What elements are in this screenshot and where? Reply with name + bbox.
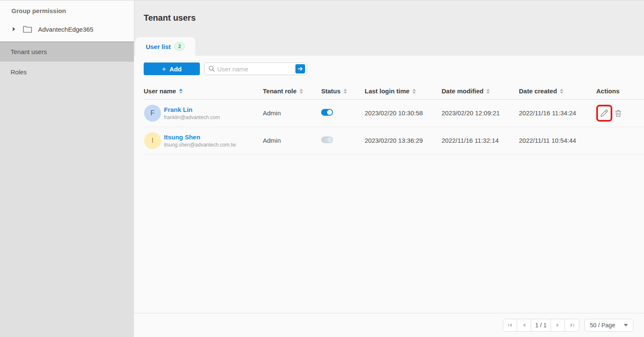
table-row: F Frank Lin franklin@advantech.com Admin…: [144, 100, 644, 127]
user-count-badge: 2: [175, 42, 185, 51]
user-list-panel: + Add: [134, 56, 644, 337]
app-window: Group permission AdvantechEdge365 Tenant…: [0, 0, 644, 337]
next-page-button[interactable]: [551, 319, 565, 331]
pagination-bar: 1 / 1 50 / Page: [134, 313, 644, 337]
edit-icon[interactable]: [600, 109, 609, 118]
toolbar: + Add: [144, 63, 644, 75]
sidebar: Group permission AdvantechEdge365 Tenant…: [0, 0, 134, 337]
prev-page-button[interactable]: [517, 319, 531, 331]
search-input[interactable]: [217, 65, 295, 73]
column-header-date-created[interactable]: Date created: [519, 87, 596, 95]
tab-user-list[interactable]: User list 2: [135, 37, 195, 56]
search-box: [204, 63, 307, 75]
column-header-last-login[interactable]: Last login time: [365, 87, 442, 95]
date-created: 2022/11/11 10:54:44: [519, 137, 576, 144]
date-modified: 2023/02/20 12:09:21: [442, 109, 500, 117]
tab-bar: User list 2: [134, 37, 644, 56]
sort-icon[interactable]: [486, 89, 490, 94]
sidebar-item-label: Tenant users: [11, 48, 47, 55]
caret-down-icon: [624, 324, 628, 326]
sort-icon[interactable]: [300, 89, 303, 94]
tree-expand-icon[interactable]: [13, 27, 15, 31]
table-row: I Itsung Shen itsung.shen@advantech.com.…: [144, 127, 644, 155]
status-toggle[interactable]: [321, 136, 333, 143]
folder-icon: [23, 25, 32, 33]
date-created: 2022/11/16 11:34:24: [519, 109, 576, 117]
column-header-tenant-role[interactable]: Tenant role: [263, 87, 321, 95]
avatar: I: [144, 132, 161, 149]
tab-label: User list: [146, 43, 171, 50]
date-modified: 2022/11/16 11:32:14: [442, 137, 499, 144]
sort-icon[interactable]: [179, 89, 183, 94]
sidebar-item-roles[interactable]: Roles: [0, 62, 134, 82]
sidebar-item-tenant-users[interactable]: Tenant users: [0, 41, 134, 62]
last-login-time: 2023/02/20 13:36:29: [365, 137, 423, 144]
avatar: F: [144, 105, 161, 122]
sort-icon[interactable]: [412, 89, 416, 94]
column-header-status[interactable]: Status: [321, 87, 365, 95]
main-content: Tenant users User list 2 + Add: [134, 0, 644, 337]
add-user-button[interactable]: + Add: [144, 63, 200, 75]
delete-icon[interactable]: [614, 109, 622, 118]
sort-icon[interactable]: [344, 89, 347, 94]
search-icon: [208, 65, 215, 72]
pager: 1 / 1: [503, 319, 579, 332]
sidebar-item-label: Roles: [11, 68, 27, 76]
tree-item-advantechedge365[interactable]: AdvantechEdge365: [0, 23, 134, 35]
column-header-actions: Actions: [596, 87, 644, 95]
tenant-users-table: User name Tenant role Status Last login …: [144, 83, 644, 155]
first-page-button[interactable]: [503, 319, 517, 331]
search-submit-button[interactable]: [295, 64, 305, 73]
page-size-value: 50 / Page: [590, 322, 615, 329]
status-toggle[interactable]: [321, 109, 333, 116]
main-header: Tenant users: [134, 0, 644, 37]
user-name-link[interactable]: Frank Lin: [164, 106, 220, 113]
last-login-time: 2023/02/20 10:30:58: [365, 109, 423, 117]
group-permission-title: Group permission: [0, 7, 134, 14]
last-page-button[interactable]: [565, 319, 579, 331]
tenant-role: Admin: [263, 109, 281, 117]
sort-icon[interactable]: [560, 89, 563, 94]
tree-item-label: AdvantechEdge365: [38, 26, 93, 33]
user-name-link[interactable]: Itsung Shen: [164, 133, 236, 141]
add-button-label: Add: [169, 65, 182, 73]
tenant-role: Admin: [263, 137, 281, 144]
column-header-date-modified[interactable]: Date modified: [442, 87, 519, 95]
user-email: franklin@advantech.com: [164, 114, 220, 120]
highlight-box: [596, 105, 612, 122]
plus-icon: +: [162, 65, 166, 73]
group-permission-panel: Group permission AdvantechEdge365: [0, 0, 134, 41]
page-title: Tenant users: [144, 13, 644, 23]
page-indicator: 1 / 1: [531, 319, 551, 331]
user-email: itsung.shen@advantech.com.tw: [164, 142, 236, 148]
table-header-row: User name Tenant role Status Last login …: [144, 83, 644, 100]
page-size-select[interactable]: 50 / Page: [584, 319, 633, 332]
column-header-user-name[interactable]: User name: [144, 87, 263, 95]
